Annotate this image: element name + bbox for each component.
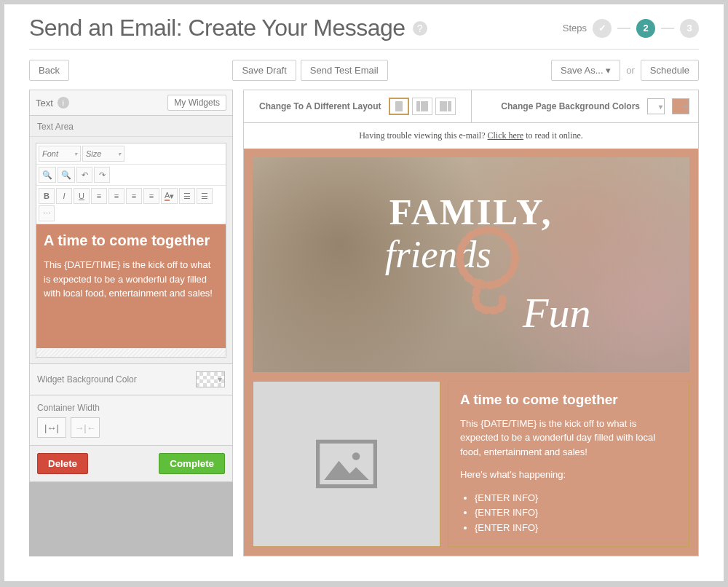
page-title: Send an Email: Create Your Message ? [29,15,427,42]
rich-text-editor: Font▾ Size▾ 🔍 🔍 ↶ ↷ B I U ≡ ≡ [36,143,226,358]
my-widgets-button[interactable]: My Widgets [167,95,226,111]
list-item: {ENTER INFO} [475,521,677,536]
trouble-prefix: Having trouble viewing this e-mail? [359,130,487,141]
align-right-icon[interactable]: ≡ [126,188,142,204]
app-window: Send an Email: Create Your Message ? Ste… [4,4,724,581]
svg-text:Fun: Fun [522,289,590,336]
email-preview: Having trouble viewing this e-mail? Clic… [244,123,698,556]
font-dropdown[interactable]: Font▾ [39,146,81,162]
undo-icon[interactable]: ↶ [76,167,92,183]
container-width-section: Container Width |↔| →|← [30,395,232,445]
change-bg-label: Change Page Background Colors [501,101,640,111]
sidebar-empty-area [29,482,233,556]
editor-toolbar-row-3: B I U ≡ ≡ ≡ ≡ A▾ ☰ ☰ ⋯ [36,186,226,224]
block-paragraph-2: Here's what's happening: [460,468,677,482]
editor-toolbar-row-2: 🔍 🔍 ↶ ↷ [36,165,226,186]
step-dash [661,28,674,29]
view-online-bar: Having trouble viewing this e-mail? Clic… [244,123,698,149]
workspace: Text i My Widgets Text Area Font▾ Size▾ … [4,90,724,581]
size-dropdown[interactable]: Size▾ [82,146,124,162]
text-area-label: Text Area [30,116,232,137]
widget-bg-section: Widget Background Color ▾ [30,363,232,395]
hero-text-graphic: FAMILY, friends Fun [296,178,646,350]
svg-point-5 [352,452,360,460]
send-test-email-button[interactable]: Send Test Email [301,60,388,81]
sidebar: Text i My Widgets Text Area Font▾ Size▾ … [29,90,233,556]
list-item: {ENTER INFO} [475,505,677,521]
back-button[interactable]: Back [29,60,69,81]
find-icon[interactable]: 🔍 [39,167,56,183]
email-body: FAMILY, friends Fun [244,149,698,556]
step-3: 3 [680,19,699,38]
page-bg-swatch[interactable]: ▾ [647,98,665,114]
page-title-text: Send an Email: Create Your Message [29,15,405,42]
panel-header: Text i My Widgets [30,90,232,116]
block-heading: A time to come together [460,392,677,408]
editor-textarea[interactable]: A time to come together This {DATE/TIME}… [36,224,226,348]
layout-section: Change To A Different Layout [244,90,472,122]
widget-bg-label: Widget Background Color [37,374,137,385]
align-left-icon[interactable]: ≡ [91,188,107,204]
width-expand-icon[interactable]: |↔| [37,417,66,438]
step-indicator: Steps ✓ 2 3 [563,19,699,38]
page-header: Send an Email: Create Your Message ? Ste… [4,4,724,49]
save-as-button[interactable]: Save As... ▾ [551,60,620,81]
svg-text:friends: friends [385,234,491,276]
divider [29,49,699,50]
step-2: 2 [636,19,655,38]
editor-toolbar-row-1: Font▾ Size▾ [36,143,226,165]
bold-icon[interactable]: B [39,188,55,204]
panel-footer: Delete Complete [30,445,232,481]
font-color-icon[interactable]: A▾ [161,188,178,204]
schedule-button[interactable]: Schedule [641,60,699,81]
complete-button[interactable]: Complete [159,453,225,474]
save-draft-button[interactable]: Save Draft [232,60,296,81]
delete-button[interactable]: Delete [37,453,88,474]
width-shrink-icon[interactable]: →|← [71,417,100,438]
more-icon[interactable]: ⋯ [39,205,55,221]
align-center-icon[interactable]: ≡ [108,188,124,204]
panel-title: Text [36,98,53,109]
steps-label: Steps [563,23,587,34]
editor-body: This {DATE/TIME} is the kick off to what… [44,258,218,301]
block-paragraph-1: This {DATE/TIME} is the kick off to what… [460,417,677,460]
svg-marker-6 [324,460,368,479]
info-icon[interactable]: i [58,97,69,109]
email-content-row: A time to come together This {DATE/TIME}… [253,381,689,547]
email-bg-swatch[interactable]: ▾ [672,98,689,114]
text-content-block[interactable]: A time to come together This {DATE/TIME}… [448,381,689,547]
replace-icon[interactable]: 🔍 [58,167,75,183]
layout-option-2[interactable] [412,98,432,115]
list-item: {ENTER INFO} [475,491,677,506]
layout-option-1[interactable] [389,98,409,115]
block-list: {ENTER INFO} {ENTER INFO} {ENTER INFO} [475,491,677,536]
chevron-down-icon: ▾ [74,151,77,157]
step-1-complete-icon: ✓ [593,19,612,38]
step-dash [617,28,630,29]
align-justify-icon[interactable]: ≡ [143,188,159,204]
container-width-label: Container Width [37,403,100,413]
redo-icon[interactable]: ↷ [94,167,110,183]
svg-text:FAMILY,: FAMILY, [389,192,553,233]
italic-icon[interactable]: I [56,188,72,204]
hero-image[interactable]: FAMILY, friends Fun [253,157,689,372]
editor-heading: A time to come together [44,232,218,249]
trouble-suffix: to read it online. [523,130,583,141]
layout-option-3[interactable] [435,98,456,115]
bullet-list-icon[interactable]: ☰ [179,188,195,204]
widget-bg-swatch[interactable]: ▾ [196,371,225,387]
number-list-icon[interactable]: ☰ [197,188,213,204]
help-icon[interactable]: ? [413,21,427,36]
underline-icon[interactable]: U [74,188,90,204]
or-label: or [626,65,635,76]
bg-color-section: Change Page Background Colors ▾ ▾ [472,91,699,122]
resize-handle[interactable] [36,348,226,357]
image-icon [314,438,379,489]
change-layout-label: Change To A Different Layout [259,101,381,111]
text-widget-panel: Text i My Widgets Text Area Font▾ Size▾ … [29,90,233,482]
image-placeholder[interactable] [253,381,440,547]
view-online-link[interactable]: Click here [487,130,523,141]
action-bar: Back Save Draft Send Test Email Save As.… [4,57,724,90]
chevron-down-icon: ▾ [118,151,121,157]
canvas-toolbar: Change To A Different Layout Change Page… [244,90,698,123]
